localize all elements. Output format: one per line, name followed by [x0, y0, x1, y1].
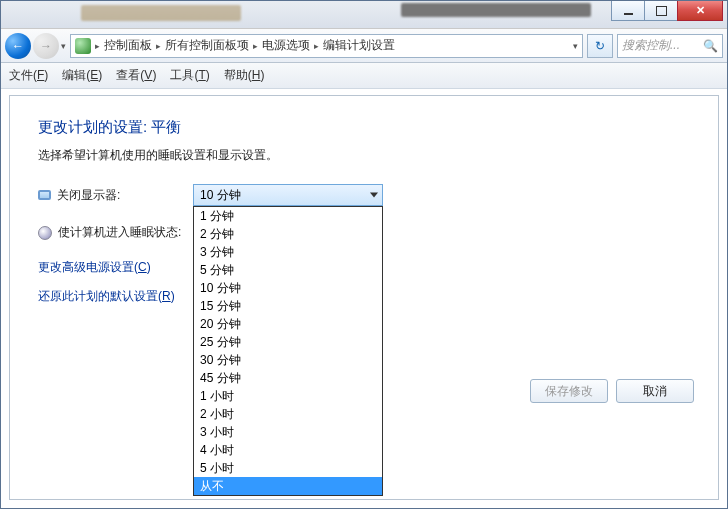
title-blur-left — [81, 5, 241, 21]
refresh-button[interactable]: ↻ — [587, 34, 613, 58]
dropdown-option[interactable]: 2 小时 — [194, 405, 382, 423]
dropdown-option[interactable]: 5 小时 — [194, 459, 382, 477]
maximize-button[interactable] — [644, 1, 678, 21]
chevron-down-icon[interactable]: ▾ — [573, 41, 578, 51]
chevron-right-icon: ▸ — [314, 41, 319, 51]
menu-help[interactable]: 帮助(H) — [224, 67, 265, 84]
menu-tools[interactable]: 工具(T) — [170, 67, 209, 84]
history-dropdown-icon[interactable]: ▾ — [61, 41, 66, 51]
dropdown-option[interactable]: 1 分钟 — [194, 207, 382, 225]
chevron-right-icon: ▸ — [156, 41, 161, 51]
forward-button[interactable]: → — [33, 33, 59, 59]
dropdown-option[interactable]: 1 小时 — [194, 387, 382, 405]
moon-icon — [38, 226, 52, 240]
save-button[interactable]: 保存修改 — [530, 379, 608, 403]
display-icon — [38, 190, 51, 200]
dropdown-option[interactable]: 30 分钟 — [194, 351, 382, 369]
chevron-right-icon: ▸ — [95, 41, 100, 51]
content-pane: 更改计划的设置: 平衡 选择希望计算机使用的睡眠设置和显示设置。 关闭显示器: … — [9, 95, 719, 500]
chevron-down-icon — [370, 193, 378, 198]
title-blur-right — [401, 3, 591, 17]
dropdown-option[interactable]: 15 分钟 — [194, 297, 382, 315]
address-right: ▾ — [573, 41, 578, 51]
label-sleep: 使计算机进入睡眠状态: — [38, 224, 193, 241]
breadcrumb: ▸ 控制面板 ▸ 所有控制面板项 ▸ 电源选项 ▸ 编辑计划设置 — [95, 37, 395, 54]
label-text: 关闭显示器: — [57, 187, 120, 204]
dropdown-list[interactable]: 1 分钟2 分钟3 分钟5 分钟10 分钟15 分钟20 分钟25 分钟30 分… — [193, 206, 383, 496]
dropdown-option[interactable]: 3 小时 — [194, 423, 382, 441]
window-controls — [612, 1, 723, 21]
cancel-button[interactable]: 取消 — [616, 379, 694, 403]
control-panel-icon — [75, 38, 91, 54]
dropdown-option[interactable]: 2 分钟 — [194, 225, 382, 243]
minimize-button[interactable] — [611, 1, 645, 21]
turn-off-display-dropdown[interactable]: 10 分钟 1 分钟2 分钟3 分钟5 分钟10 分钟15 分钟20 分钟25 … — [193, 184, 383, 206]
address-bar[interactable]: ▸ 控制面板 ▸ 所有控制面板项 ▸ 电源选项 ▸ 编辑计划设置 ▾ — [70, 34, 583, 58]
label-turn-off-display: 关闭显示器: — [38, 187, 193, 204]
dropdown-option[interactable]: 4 小时 — [194, 441, 382, 459]
titlebar — [1, 1, 727, 29]
search-placeholder: 搜索控制... — [622, 37, 680, 54]
menu-file[interactable]: 文件(F) — [9, 67, 48, 84]
footer-buttons: 保存修改 取消 — [530, 379, 694, 403]
navbar: ← → ▾ ▸ 控制面板 ▸ 所有控制面板项 ▸ 电源选项 ▸ 编辑计划设置 ▾… — [1, 29, 727, 63]
search-icon: 🔍 — [703, 39, 718, 53]
menubar: 文件(F) 编辑(E) 查看(V) 工具(T) 帮助(H) — [1, 63, 727, 89]
crumb-item[interactable]: 控制面板 — [104, 37, 152, 54]
dropdown-option[interactable]: 45 分钟 — [194, 369, 382, 387]
menu-edit[interactable]: 编辑(E) — [62, 67, 102, 84]
row-turn-off-display: 关闭显示器: 10 分钟 1 分钟2 分钟3 分钟5 分钟10 分钟15 分钟2… — [38, 184, 690, 206]
label-text: 使计算机进入睡眠状态: — [58, 224, 181, 241]
window: ← → ▾ ▸ 控制面板 ▸ 所有控制面板项 ▸ 电源选项 ▸ 编辑计划设置 ▾… — [0, 0, 728, 509]
dropdown-option[interactable]: 20 分钟 — [194, 315, 382, 333]
crumb-item[interactable]: 编辑计划设置 — [323, 37, 395, 54]
dropdown-option[interactable]: 5 分钟 — [194, 261, 382, 279]
dropdown-option[interactable]: 10 分钟 — [194, 279, 382, 297]
menu-view[interactable]: 查看(V) — [116, 67, 156, 84]
back-button[interactable]: ← — [5, 33, 31, 59]
combo-value: 10 分钟 — [200, 187, 241, 204]
page-subtitle: 选择希望计算机使用的睡眠设置和显示设置。 — [38, 147, 690, 164]
crumb-item[interactable]: 所有控制面板项 — [165, 37, 249, 54]
dropdown-option[interactable]: 25 分钟 — [194, 333, 382, 351]
chevron-right-icon: ▸ — [253, 41, 258, 51]
page-title: 更改计划的设置: 平衡 — [38, 118, 690, 137]
dropdown-option[interactable]: 3 分钟 — [194, 243, 382, 261]
nav-back-group: ← → ▾ — [5, 33, 66, 59]
close-button[interactable] — [677, 1, 723, 21]
search-input[interactable]: 搜索控制... 🔍 — [617, 34, 723, 58]
dropdown-option[interactable]: 从不 — [194, 477, 382, 495]
crumb-item[interactable]: 电源选项 — [262, 37, 310, 54]
